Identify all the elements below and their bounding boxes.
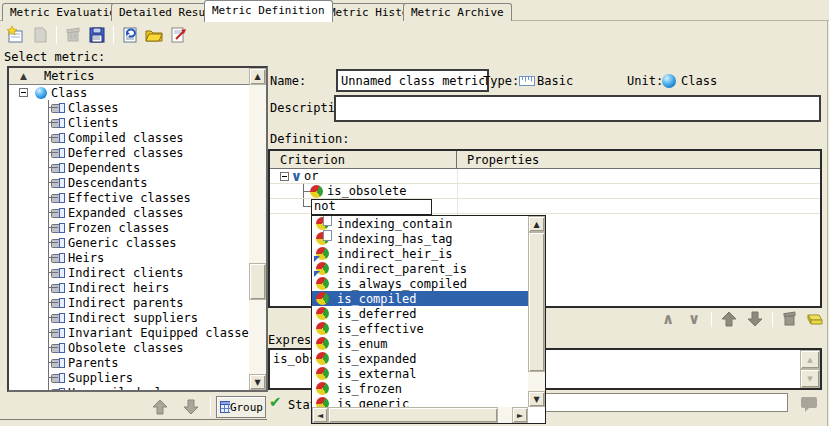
- dropdown-item[interactable]: indirect_heir_is: [312, 246, 528, 261]
- add-or-criterion-icon[interactable]: ∨: [681, 310, 707, 328]
- new-metric-icon[interactable]: [4, 24, 28, 46]
- criterion-move-down-icon[interactable]: [747, 311, 763, 327]
- tab-metric-definition[interactable]: Metric Definition: [204, 0, 333, 22]
- tree-item[interactable]: Clients: [10, 115, 249, 130]
- move-up-icon[interactable]: [152, 399, 168, 415]
- dropdown-item[interactable]: is_deferred: [312, 306, 528, 321]
- dropdown-item[interactable]: indexing_has_tag: [312, 231, 528, 246]
- tree-scroll-down-button[interactable]: ▼: [249, 374, 266, 390]
- dropdown-item[interactable]: is_always_compiled: [312, 276, 528, 291]
- metric-tool-window: Metric Evaluation Detailed Result Metric…: [0, 0, 829, 426]
- dropdown-vscrollbar-thumb[interactable]: [528, 232, 545, 372]
- tree-scrollbar-thumb[interactable]: [249, 263, 266, 300]
- delete-criterion-icon[interactable]: [780, 310, 798, 328]
- tree-scrollbar-track[interactable]: [249, 85, 266, 374]
- group-button-label: Group: [230, 401, 263, 414]
- criterion-move-up-icon[interactable]: [721, 311, 737, 327]
- tree-item-label: Clients: [68, 116, 119, 130]
- tree-item[interactable]: Indirect heirs: [10, 280, 249, 295]
- tree-scroll-up-button[interactable]: ▲: [249, 68, 266, 85]
- open-metric-file-icon[interactable]: [142, 24, 166, 46]
- criterion-row-or[interactable]: ∨ or: [270, 169, 820, 184]
- criterion-column-header[interactable]: Criterion: [270, 151, 457, 168]
- sort-ascending-icon: ▲: [20, 71, 27, 81]
- dropdown-item[interactable]: is_compiled: [312, 291, 528, 306]
- tree-item[interactable]: Obsolete classes: [10, 340, 249, 355]
- dropdown-scroll-down-button[interactable]: ▼: [528, 391, 545, 407]
- tree-item[interactable]: Indirect suppliers: [10, 310, 249, 325]
- tab-bar: Metric Evaluation Detailed Result Metric…: [0, 0, 829, 21]
- dropdown-hscrollbar-thumb[interactable]: [328, 407, 498, 423]
- save-metric-icon[interactable]: [85, 24, 109, 46]
- tree-item[interactable]: Dependents: [10, 160, 249, 175]
- tree-item[interactable]: Compiled classes: [10, 130, 249, 145]
- tree-item[interactable]: Expanded classes: [10, 205, 249, 220]
- tree-item[interactable]: Effective classes: [10, 190, 249, 205]
- dropdown-item[interactable]: is_expanded: [312, 351, 528, 366]
- definition-label: Definition:: [270, 132, 349, 146]
- tree-item-label: Indirect clients: [68, 266, 184, 280]
- dropdown-item[interactable]: is_effective: [312, 321, 528, 336]
- group-icon: [219, 400, 230, 415]
- dropdown-item[interactable]: is_generic: [312, 396, 528, 407]
- dropdown-scroll-left-button[interactable]: ◄: [312, 407, 328, 423]
- criterion-dropdown: indexing_contain indexing_has_tag indire…: [311, 215, 546, 424]
- dropdown-item-label: is_enum: [337, 337, 388, 351]
- criterion-toolbar: ∧ ∨: [655, 309, 825, 329]
- metric-tree-header[interactable]: ▲ Metrics: [9, 68, 249, 85]
- criterion-edit-box[interactable]: not: [311, 199, 432, 215]
- criterion-pie-icon: [316, 292, 329, 305]
- dropdown-hscrollbar[interactable]: ◄ ►: [312, 407, 528, 423]
- tree-item[interactable]: Deferred classes: [10, 145, 249, 160]
- tree-item[interactable]: Indirect parents: [10, 295, 249, 310]
- tree-item-label: Invariant Equipped classes: [68, 326, 249, 340]
- tree-item[interactable]: Suppliers: [10, 370, 249, 385]
- add-and-criterion-icon[interactable]: ∧: [655, 310, 681, 328]
- export-metric-icon[interactable]: [166, 24, 190, 46]
- erase-criterion-icon[interactable]: [803, 311, 823, 327]
- tree-item[interactable]: Descendants: [10, 175, 249, 190]
- tree-item[interactable]: Frozen classes: [10, 220, 249, 235]
- dropdown-scroll-up-button[interactable]: ▲: [528, 216, 545, 232]
- move-down-icon[interactable]: [183, 399, 199, 415]
- tree-item-label: Indirect parents: [68, 296, 184, 310]
- spin-down-icon[interactable]: ▼: [800, 369, 820, 388]
- tree-connector: [48, 355, 60, 370]
- unit-label: Unit:: [627, 74, 663, 88]
- dropdown-vscrollbar[interactable]: ▲ ▼: [528, 216, 545, 407]
- tree-item-label: Frozen classes: [68, 221, 169, 235]
- collapse-icon[interactable]: [19, 88, 28, 97]
- collapse-icon[interactable]: [280, 172, 289, 181]
- properties-column-header[interactable]: Properties: [457, 153, 539, 167]
- tree-item-class-root[interactable]: Class: [10, 85, 249, 100]
- dropdown-scroll-right-button[interactable]: ►: [512, 407, 528, 423]
- name-input[interactable]: [336, 69, 489, 92]
- tree-item-label: Deferred classes: [68, 146, 184, 160]
- dropdown-item-label: is_deferred: [337, 307, 416, 321]
- copy-metric-icon[interactable]: [28, 24, 52, 46]
- tree-item[interactable]: Generic classes: [10, 235, 249, 250]
- criterion-row-is-obsolete[interactable]: is_obsolete: [270, 184, 820, 199]
- class-unit-icon: [35, 87, 47, 99]
- tree-item[interactable]: Parents: [10, 355, 249, 370]
- tree-item[interactable]: Invariant Equipped classes: [10, 325, 249, 340]
- comment-icon[interactable]: [799, 395, 819, 413]
- description-input[interactable]: [334, 95, 821, 122]
- dropdown-item[interactable]: is_external: [312, 366, 528, 381]
- tree-item[interactable]: Classes: [10, 100, 249, 115]
- dropdown-item-label: is_external: [337, 367, 416, 381]
- group-button[interactable]: Group: [216, 396, 266, 418]
- spin-up-icon[interactable]: ▲: [800, 350, 820, 369]
- tree-item[interactable]: Uncompiled classes: [10, 385, 249, 390]
- delete-metric-icon[interactable]: [61, 24, 85, 46]
- dropdown-item[interactable]: is_enum: [312, 336, 528, 351]
- tree-item[interactable]: Heirs: [10, 250, 249, 265]
- dropdown-item[interactable]: indexing_contain: [312, 216, 528, 231]
- dropdown-item[interactable]: is_frozen: [312, 381, 528, 396]
- tab-metric-archive[interactable]: Metric Archive: [403, 3, 512, 21]
- or-operator-icon: ∨: [289, 168, 304, 184]
- tree-connector: [48, 250, 60, 265]
- tree-item[interactable]: Indirect clients: [10, 265, 249, 280]
- reload-metric-icon[interactable]: [118, 24, 142, 46]
- dropdown-item[interactable]: indirect_parent_is: [312, 261, 528, 276]
